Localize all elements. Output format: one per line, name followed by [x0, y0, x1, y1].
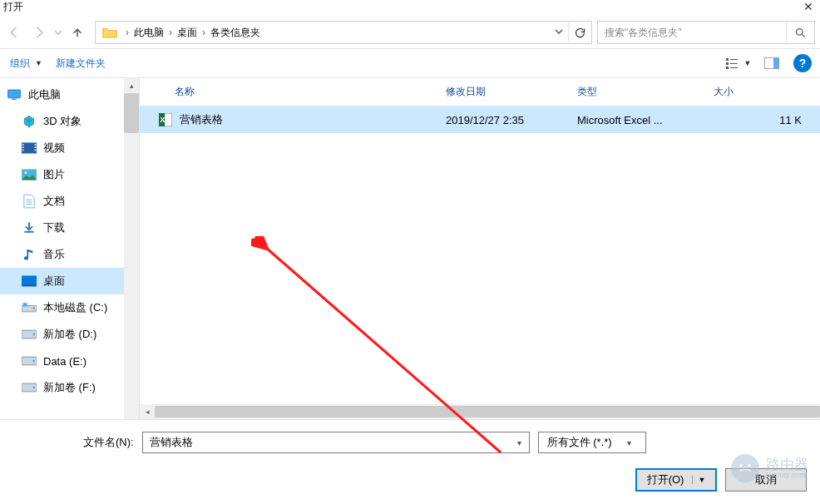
svg-rect-3 [726, 62, 729, 65]
tree-item-disk[interactable]: 新加卷 (D:) [0, 321, 139, 348]
tree-item-disk-c[interactable]: 本地磁盘 (C:) [0, 294, 139, 321]
tree-item-label: 视频 [43, 141, 65, 156]
svg-rect-14 [22, 150, 24, 151]
tree-item-3d[interactable]: 3D 对象 [0, 108, 139, 135]
filename-combobox[interactable]: ▾ [142, 432, 530, 453]
tree-item-music[interactable]: 音乐 [0, 241, 139, 268]
svg-rect-12 [22, 144, 24, 146]
search-button[interactable] [786, 22, 814, 43]
sidebar-scrollbar[interactable]: ▴ [124, 78, 139, 419]
svg-text:X: X [161, 116, 165, 124]
preview-pane-button[interactable] [757, 52, 787, 75]
column-headers: 名称 修改日期 类型 大小 [140, 78, 820, 106]
scrollbar-thumb[interactable] [155, 406, 820, 418]
tree-item-document[interactable]: 文档 [0, 188, 139, 215]
document-icon [20, 194, 38, 209]
recent-dropdown[interactable] [52, 20, 65, 45]
column-size[interactable]: 大小 [704, 78, 820, 106]
filename-label: 文件名(N): [83, 435, 134, 450]
chevron-down-icon: ▼ [744, 59, 752, 67]
tree-item-label: 音乐 [43, 247, 65, 262]
column-type[interactable]: 类型 [567, 78, 704, 106]
tree-item-disk[interactable]: Data (E:) [0, 348, 139, 374]
svg-rect-8 [773, 57, 779, 69]
filename-input[interactable] [143, 437, 511, 449]
svg-rect-22 [23, 284, 36, 286]
disk-icon [20, 353, 38, 368]
svg-point-36 [739, 464, 742, 467]
scrollbar-thumb[interactable] [124, 93, 139, 133]
svg-rect-24 [23, 303, 27, 306]
file-list: 名称 修改日期 类型 大小 X营销表格2019/12/27 2:35Micros… [140, 78, 820, 419]
close-button[interactable]: ✕ [797, 0, 820, 13]
chevron-down-icon[interactable]: ▾ [511, 438, 529, 447]
search-input[interactable] [598, 27, 786, 38]
chevron-down-icon: ▾ [620, 438, 639, 447]
svg-rect-13 [22, 146, 24, 148]
chevron-right-icon[interactable]: › [124, 27, 131, 38]
horizontal-scrollbar[interactable]: ◂ [140, 404, 820, 419]
view-options-button[interactable]: ▼ [724, 52, 753, 75]
breadcrumb-pc[interactable]: 此电脑 [131, 26, 167, 40]
tree-item-label: 此电脑 [28, 87, 61, 102]
chevron-right-icon[interactable]: › [167, 27, 174, 38]
3d-icon [20, 114, 38, 129]
column-name[interactable]: 名称 [140, 78, 436, 106]
back-button[interactable] [2, 20, 27, 45]
svg-rect-6 [730, 67, 738, 68]
tree-item-label: 新加卷 (D:) [43, 327, 96, 342]
column-date[interactable]: 修改日期 [436, 78, 567, 106]
search-bar[interactable] [597, 21, 815, 44]
up-button[interactable] [65, 20, 90, 45]
svg-rect-9 [8, 90, 21, 98]
tree-item-label: 桌面 [43, 274, 65, 289]
svg-rect-5 [726, 67, 729, 69]
bottom-bar: 文件名(N): ▾ 所有文件 (*.*) ▾ 打开(O) ▼ 取消 [0, 419, 820, 492]
help-button[interactable]: ? [793, 54, 812, 72]
open-button[interactable]: 打开(O) ▼ [635, 468, 717, 492]
scroll-left-icon[interactable]: ◂ [140, 404, 155, 419]
window-title: 打开 [3, 0, 23, 14]
tree-item-desktop[interactable]: 桌面 [0, 268, 139, 294]
new-folder-button[interactable]: 新建文件夹 [49, 53, 112, 74]
chevron-right-icon[interactable]: › [200, 27, 207, 38]
tree-item-pc[interactable]: 此电脑 [0, 82, 139, 108]
open-split-dropdown[interactable]: ▼ [692, 476, 705, 484]
svg-point-31 [33, 387, 35, 388]
svg-rect-15 [35, 144, 37, 146]
disk-icon [20, 327, 38, 342]
tree-item-label: 新加卷 (F:) [43, 380, 96, 395]
svg-rect-4 [730, 63, 738, 64]
svg-rect-11 [22, 142, 37, 153]
address-bar[interactable]: › 此电脑 › 桌面 › 各类信息夹 [95, 21, 592, 44]
main-area: 此电脑3D 对象视频图片文档下载音乐桌面本地磁盘 (C:)新加卷 (D:)Dat… [0, 78, 820, 419]
download-icon [20, 220, 38, 235]
svg-rect-2 [730, 59, 738, 60]
breadcrumb-folder[interactable]: 各类信息夹 [207, 26, 264, 40]
scroll-up-icon[interactable]: ▴ [124, 78, 139, 93]
tree-item-label: 本地磁盘 (C:) [43, 300, 107, 315]
svg-point-29 [33, 360, 35, 362]
excel-icon: X [158, 112, 173, 127]
address-dropdown[interactable] [550, 27, 568, 38]
svg-point-0 [797, 28, 803, 35]
toolbar: 组织 ▼ 新建文件夹 ▼ ? [0, 48, 820, 78]
tree-item-disk[interactable]: 新加卷 (F:) [0, 374, 139, 401]
forward-button[interactable] [27, 20, 52, 45]
svg-point-37 [748, 464, 750, 467]
refresh-button[interactable] [568, 22, 591, 43]
tree-item-download[interactable]: 下载 [0, 215, 139, 241]
title-bar: 打开 ✕ [0, 0, 820, 17]
disk-icon [20, 380, 38, 395]
watermark-icon [731, 454, 759, 482]
filetype-dropdown[interactable]: 所有文件 (*.*) ▾ [538, 432, 646, 453]
file-size: 11 K [704, 114, 820, 126]
organize-button[interactable]: 组织 ▼ [3, 53, 49, 74]
tree-item-video[interactable]: 视频 [0, 135, 139, 161]
breadcrumb-desktop[interactable]: 桌面 [174, 26, 200, 40]
file-name: 营销表格 [180, 112, 223, 127]
tree-item-label: 文档 [43, 194, 65, 209]
tree-item-picture[interactable]: 图片 [0, 161, 139, 188]
file-row[interactable]: X营销表格2019/12/27 2:35Microsoft Excel ...1… [140, 106, 820, 133]
svg-point-27 [33, 334, 35, 335]
